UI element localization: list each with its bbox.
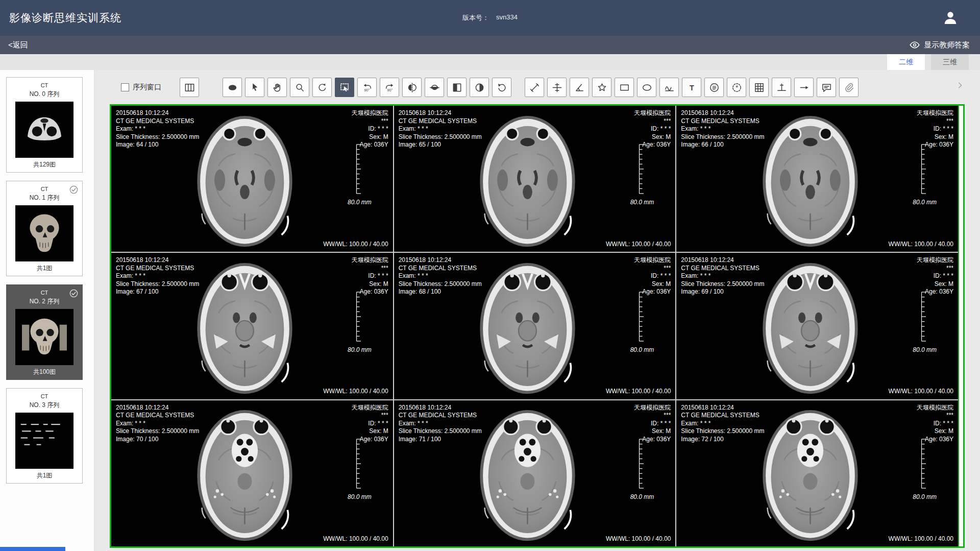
toolbar-group-annotate: T* <box>525 78 859 97</box>
viewer-cell-2[interactable]: 20150618 10:12:24CT GE MEDICAL SYSTEMSEx… <box>676 106 958 252</box>
viewer-grid: 20150618 10:12:24CT GE MEDICAL SYSTEMSEx… <box>111 106 958 546</box>
viewer-cell-4[interactable]: 20150618 10:12:24CT GE MEDICAL SYSTEMSEx… <box>394 253 676 399</box>
version-value: svn334 <box>496 13 518 22</box>
comment-button[interactable] <box>817 78 836 97</box>
measure-line-icon <box>529 82 541 93</box>
scale-label: 80.0 mm <box>913 493 937 500</box>
overlay-patient-info: 天堰模拟医院***ID: * * *Sex: MAge: 036Y <box>634 404 671 444</box>
marquee-icon <box>339 82 351 93</box>
series-card-0[interactable]: CTNO. 0 序列共129图 <box>6 77 83 173</box>
series-count: 共1图 <box>10 265 79 272</box>
series-modality: CT <box>10 393 79 400</box>
tab-2d[interactable]: 二维 <box>887 54 925 70</box>
scale-label: 80.0 mm <box>348 493 372 500</box>
toolbar-group-view: 90°90° <box>223 78 511 97</box>
ellipse-roi-icon <box>641 82 653 93</box>
circle-text-button[interactable] <box>704 78 724 97</box>
back-button[interactable]: <返回 <box>8 40 28 50</box>
overlay-patient-info: 天堰模拟医院***ID: * * *Sex: MAge: 036Y <box>917 404 953 444</box>
cursor-select-button[interactable] <box>245 78 264 97</box>
overlay-window-level: WW/WL: 100.00 / 40.00 <box>889 241 953 249</box>
svg-text:90°: 90° <box>387 88 393 92</box>
flip-vertical-icon <box>429 82 440 93</box>
scale-label: 80.0 mm <box>630 346 654 353</box>
perpendicular-icon <box>776 82 788 93</box>
circle-dashed-button[interactable]: * <box>727 78 746 97</box>
viewer-cell-7[interactable]: 20150618 10:12:24CT GE MEDICAL SYSTEMSEx… <box>394 400 676 546</box>
window-level-button[interactable] <box>470 78 489 97</box>
scale-label: 80.0 mm <box>630 199 654 206</box>
viewer-scrollbar[interactable] <box>958 106 963 546</box>
invert-button[interactable] <box>447 78 467 97</box>
grid-icon <box>753 82 765 93</box>
user-avatar-button[interactable] <box>941 9 960 27</box>
overlay-window-level: WW/WL: 100.00 / 40.00 <box>323 241 388 249</box>
overlay-window-level: WW/WL: 100.00 / 40.00 <box>889 535 953 543</box>
text-annotation-button[interactable]: T <box>682 78 701 97</box>
measure-cross-button[interactable] <box>547 78 567 97</box>
series-window-checkbox[interactable] <box>121 83 129 91</box>
series-card-1[interactable]: CTNO. 1 序列共1图 <box>6 181 83 276</box>
grid-overlay-button[interactable] <box>749 78 769 97</box>
scale-label: 80.0 mm <box>913 199 937 206</box>
layout-columns-icon <box>184 82 195 93</box>
series-card-3[interactable]: CTNO. 3 序列共1图 <box>6 388 83 484</box>
overlay-patient-info: 天堰模拟医院***ID: * * *Sex: MAge: 036Y <box>352 404 388 444</box>
viewer-cell-5[interactable]: 20150618 10:12:24CT GE MEDICAL SYSTEMSEx… <box>676 253 958 399</box>
series-thumbnail <box>15 102 74 158</box>
show-answer-label: 显示教师答案 <box>924 40 970 50</box>
measure-angle-button[interactable] <box>570 78 589 97</box>
arrow-annotation-button[interactable] <box>794 78 814 97</box>
series-name: NO. 0 序列 <box>10 90 79 98</box>
series-count: 共100图 <box>10 368 79 376</box>
rotate-left-90-button[interactable]: 90° <box>357 78 377 97</box>
rotate-right-90-button[interactable]: 90° <box>380 78 399 97</box>
reset-icon <box>496 82 508 93</box>
scale-ruler: 80.0 mm <box>638 438 654 500</box>
series-count: 共129图 <box>10 161 79 169</box>
overlay-window-level: WW/WL: 100.00 / 40.00 <box>889 388 953 396</box>
scale-ruler: 80.0 mm <box>920 291 937 353</box>
panel-toggle-button[interactable] <box>955 81 965 94</box>
measure-angle-icon <box>574 82 585 93</box>
flip-horizontal-button[interactable] <box>402 78 422 97</box>
series-window-toggle[interactable]: 序列窗口 <box>121 83 161 92</box>
hand-icon <box>272 82 283 93</box>
series-thumbnail <box>15 205 74 261</box>
zoom-button[interactable] <box>290 78 309 97</box>
scale-label: 80.0 mm <box>348 346 372 353</box>
svg-text:90°: 90° <box>364 88 370 92</box>
overlay-window-level: WW/WL: 100.00 / 40.00 <box>323 535 388 543</box>
viewer-cell-3[interactable]: 20150618 10:12:24CT GE MEDICAL SYSTEMSEx… <box>111 253 393 399</box>
star-mark-button[interactable] <box>592 78 611 97</box>
check-circle-icon <box>69 185 79 195</box>
rect-roi-button[interactable] <box>615 78 634 97</box>
attachment-button[interactable] <box>839 78 859 97</box>
viewer-cell-6[interactable]: 20150618 10:12:24CT GE MEDICAL SYSTEMSEx… <box>111 400 393 546</box>
perpendicular-measure-button[interactable] <box>772 78 791 97</box>
reset-button[interactable] <box>492 78 511 97</box>
ellipse-roi-button[interactable] <box>637 78 656 97</box>
pan-button[interactable] <box>267 78 287 97</box>
flip-vertical-button[interactable] <box>425 78 444 97</box>
scale-label: 80.0 mm <box>348 199 372 206</box>
toolbar-group-layout <box>180 78 199 97</box>
overlay-study-info: 20150618 10:12:24CT GE MEDICAL SYSTEMSEx… <box>399 109 482 149</box>
tab-3d[interactable]: 三维 <box>931 54 969 70</box>
ellipse-mask-button[interactable] <box>223 78 242 97</box>
viewer-cell-0[interactable]: 20150618 10:12:24CT GE MEDICAL SYSTEMSEx… <box>111 106 393 252</box>
overlay-study-info: 20150618 10:12:24CT GE MEDICAL SYSTEMSEx… <box>116 256 199 296</box>
series-card-2[interactable]: CTNO. 2 序列共100图 <box>6 284 83 380</box>
star-icon <box>596 82 608 93</box>
layout-columns-button[interactable] <box>180 78 199 97</box>
viewer-cell-8[interactable]: 20150618 10:12:24CT GE MEDICAL SYSTEMSEx… <box>676 400 958 546</box>
rotate-button[interactable] <box>312 78 332 97</box>
show-answer-button[interactable]: 显示教师答案 <box>909 39 970 51</box>
measure-line-button[interactable] <box>525 78 544 97</box>
scale-ruler: 80.0 mm <box>638 143 654 206</box>
rect-select-button[interactable] <box>335 78 354 97</box>
overlay-study-info: 20150618 10:12:24CT GE MEDICAL SYSTEMSEx… <box>681 109 764 149</box>
viewer-cell-1[interactable]: 20150618 10:12:24CT GE MEDICAL SYSTEMSEx… <box>394 106 676 252</box>
curve-roi-button[interactable] <box>659 78 679 97</box>
cursor-icon <box>249 82 261 93</box>
